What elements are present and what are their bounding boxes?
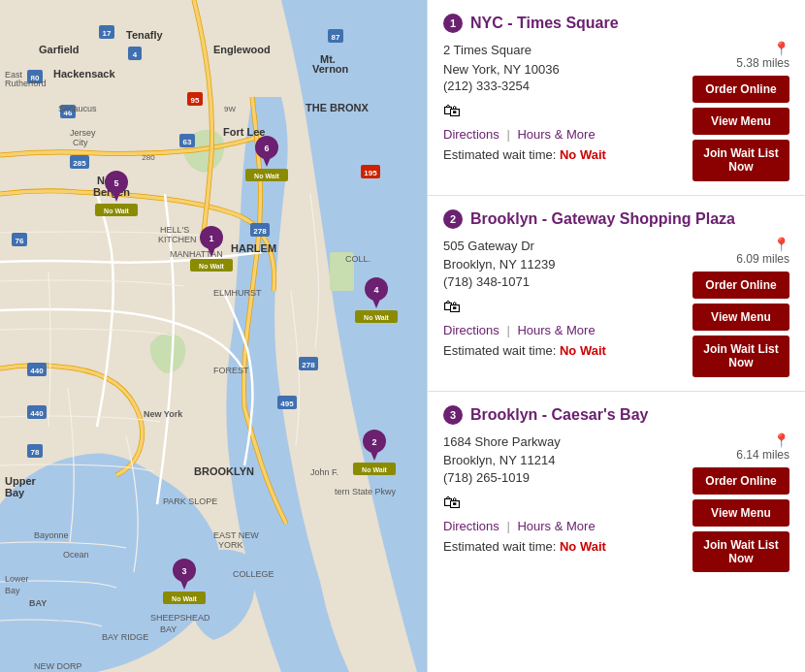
- svg-text:78: 78: [31, 448, 40, 457]
- svg-text:BAY: BAY: [29, 598, 47, 608]
- svg-text:Upper: Upper: [5, 475, 37, 487]
- hours-link-1[interactable]: Hours & More: [517, 127, 595, 142]
- svg-text:Jersey: Jersey: [70, 128, 96, 138]
- svg-text:HARLEM: HARLEM: [231, 242, 276, 254]
- svg-text:YORK: YORK: [218, 540, 243, 550]
- svg-text:Vernon: Vernon: [312, 63, 349, 75]
- svg-text:9W: 9W: [224, 105, 236, 113]
- bag-icon-1: 🛍: [443, 101, 681, 121]
- phone-2: (718) 348-1071: [443, 274, 681, 289]
- menu-button-3[interactable]: View Menu: [692, 499, 789, 527]
- svg-text:MANHATTAN: MANHATTAN: [170, 249, 223, 259]
- svg-text:COLLEGE: COLLEGE: [233, 569, 274, 579]
- svg-text:278: 278: [302, 361, 315, 369]
- order-button-1[interactable]: Order Online: [692, 76, 789, 103]
- directions-link-1[interactable]: Directions: [443, 127, 499, 142]
- svg-text:Bay: Bay: [5, 586, 20, 595]
- svg-text:NEW DORP: NEW DORP: [34, 661, 82, 671]
- pin-icon-1: 📍: [773, 41, 789, 56]
- svg-text:THE BRONX: THE BRONX: [306, 102, 369, 113]
- svg-text:John F.: John F.: [310, 467, 338, 477]
- svg-text:No Wait: No Wait: [172, 595, 197, 602]
- svg-text:BROOKLYN: BROOKLYN: [194, 465, 254, 477]
- svg-text:Garfield: Garfield: [39, 44, 80, 55]
- waitlist-button-3[interactable]: Join Wait List Now: [692, 531, 789, 573]
- order-button-3[interactable]: Order Online: [692, 467, 789, 495]
- svg-text:95: 95: [191, 96, 200, 105]
- location-title-3: Brooklyn - Caesar's Bay: [470, 406, 648, 424]
- hours-link-2[interactable]: Hours & More: [517, 323, 595, 337]
- phone-1: (212) 333-3254: [443, 79, 681, 93]
- svg-text:New York: New York: [144, 409, 183, 419]
- pin-icon-2: 📍: [773, 237, 789, 252]
- location-card-1: 1 NYC - Times Square 2 Times Square New …: [428, 0, 805, 196]
- miles-3: 6.14 miles: [736, 448, 789, 462]
- wait-line-3: Estimated wait time: No Wait: [443, 539, 681, 554]
- svg-text:495: 495: [280, 400, 294, 408]
- svg-text:Fort Lee: Fort Lee: [223, 126, 265, 138]
- card-actions-3: Order Online View Menu Join Wait List No…: [692, 467, 789, 573]
- directions-link-3[interactable]: Directions: [443, 519, 499, 533]
- location-number-3: 3: [443, 405, 463, 425]
- card-links-3: Directions | Hours & More: [443, 519, 681, 533]
- address1-3: 1684 Shore Parkway: [443, 432, 681, 452]
- svg-text:440: 440: [30, 409, 44, 418]
- svg-text:285: 285: [73, 159, 86, 168]
- directions-link-2[interactable]: Directions: [443, 323, 499, 337]
- svg-text:EAST NEW: EAST NEW: [213, 530, 259, 540]
- svg-text:5: 5: [113, 178, 118, 188]
- svg-text:Bayonne: Bayonne: [34, 530, 69, 540]
- svg-text:17: 17: [103, 29, 112, 38]
- svg-text:Tenafly: Tenafly: [126, 29, 164, 41]
- svg-text:3: 3: [181, 566, 186, 576]
- svg-text:280: 280: [142, 153, 155, 162]
- map-canvas[interactable]: 87 95 278 278 495 440 440 78 80 76 46 4: [0, 0, 427, 672]
- wait-status-2: No Wait: [560, 343, 606, 358]
- bag-icon-3: 🛍: [443, 493, 681, 513]
- svg-text:Englewood: Englewood: [213, 44, 271, 55]
- order-button-2[interactable]: Order Online: [692, 272, 789, 299]
- address2-2: Brooklyn, NY 11239: [443, 255, 681, 274]
- svg-text:SHEEPSHEAD: SHEEPSHEAD: [150, 613, 210, 623]
- svg-text:tern State Pkwy: tern State Pkwy: [335, 487, 397, 496]
- svg-text:63: 63: [183, 138, 192, 146]
- svg-text:Bay: Bay: [5, 487, 25, 498]
- card-links-1: Directions | Hours & More: [443, 127, 681, 142]
- location-number-1: 1: [443, 14, 463, 33]
- svg-text:87: 87: [332, 33, 340, 42]
- svg-text:4: 4: [373, 285, 378, 295]
- menu-button-1[interactable]: View Menu: [692, 108, 789, 135]
- svg-text:COLL.: COLL.: [345, 254, 370, 264]
- address2-1: New York, NY 10036: [443, 60, 681, 80]
- svg-text:6: 6: [264, 144, 269, 153]
- svg-text:195: 195: [364, 169, 377, 177]
- location-card-3: 3 Brooklyn - Caesar's Bay 1684 Shore Par…: [428, 392, 805, 587]
- svg-text:FOREST: FOREST: [213, 366, 249, 375]
- hours-link-3[interactable]: Hours & More: [517, 519, 595, 533]
- menu-button-2[interactable]: View Menu: [692, 304, 789, 331]
- svg-text:2: 2: [371, 437, 376, 447]
- svg-text:278: 278: [253, 227, 267, 236]
- location-card-2: 2 Brooklyn - Gateway Shopping Plaza 505 …: [428, 196, 805, 392]
- address1-1: 2 Times Square: [443, 41, 681, 60]
- waitlist-button-1[interactable]: Join Wait List Now: [692, 140, 789, 181]
- svg-text:1: 1: [209, 234, 213, 243]
- svg-text:BAY RIDGE: BAY RIDGE: [102, 632, 148, 642]
- bag-icon-2: 🛍: [443, 297, 681, 317]
- map-panel: 87 95 278 278 495 440 440 78 80 76 46 4: [0, 0, 427, 672]
- miles-2: 6.09 miles: [736, 252, 789, 266]
- svg-text:BAY: BAY: [160, 624, 177, 634]
- card-actions-1: Order Online View Menu Join Wait List No…: [692, 76, 789, 181]
- svg-text:Hackensack: Hackensack: [53, 68, 115, 80]
- wait-line-2: Estimated wait time: No Wait: [443, 343, 681, 358]
- wait-status-3: No Wait: [560, 539, 606, 554]
- waitlist-button-2[interactable]: Join Wait List Now: [692, 336, 789, 377]
- address2-3: Brooklyn, NY 11214: [443, 451, 681, 470]
- svg-text:No Wait: No Wait: [254, 173, 279, 179]
- svg-text:No Wait: No Wait: [104, 208, 129, 214]
- card-actions-2: Order Online View Menu Join Wait List No…: [692, 272, 789, 377]
- svg-text:440: 440: [30, 367, 44, 375]
- svg-text:No Wait: No Wait: [199, 263, 224, 270]
- svg-text:Rutherford: Rutherford: [5, 79, 47, 88]
- location-number-2: 2: [443, 209, 463, 229]
